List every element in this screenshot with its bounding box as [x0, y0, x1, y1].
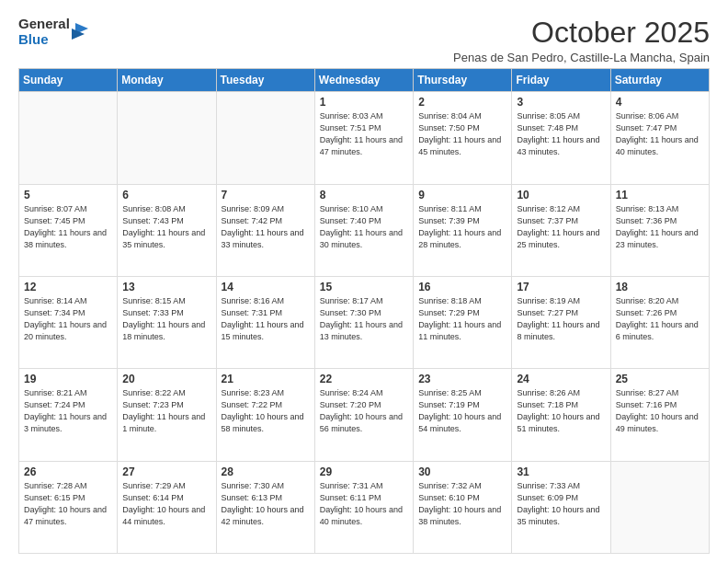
day-info: Sunrise: 7:28 AM Sunset: 6:15 PM Dayligh… [24, 480, 112, 528]
day-number: 8 [320, 189, 408, 201]
day-info: Sunrise: 8:10 AM Sunset: 7:40 PM Dayligh… [320, 203, 408, 251]
calendar-cell: 27Sunrise: 7:29 AM Sunset: 6:14 PM Dayli… [118, 461, 216, 553]
day-info: Sunrise: 8:07 AM Sunset: 7:45 PM Dayligh… [24, 203, 112, 251]
day-info: Sunrise: 8:13 AM Sunset: 7:36 PM Dayligh… [616, 203, 704, 251]
day-info: Sunrise: 8:24 AM Sunset: 7:20 PM Dayligh… [320, 387, 408, 435]
day-number: 29 [320, 465, 408, 478]
calendar-cell: 15Sunrise: 8:17 AM Sunset: 7:30 PM Dayli… [314, 276, 413, 368]
calendar-cell: 24Sunrise: 8:26 AM Sunset: 7:18 PM Dayli… [512, 369, 610, 461]
day-number: 13 [122, 281, 210, 293]
day-number: 2 [418, 96, 506, 109]
weekday-header: Sunday [19, 69, 118, 92]
calendar-cell [610, 461, 709, 553]
calendar-week-row: 19Sunrise: 8:21 AM Sunset: 7:24 PM Dayli… [19, 369, 710, 461]
day-number: 25 [616, 373, 704, 385]
day-info: Sunrise: 7:30 AM Sunset: 6:13 PM Dayligh… [222, 480, 310, 528]
location: Penas de San Pedro, Castille-La Mancha, … [453, 51, 710, 64]
day-info: Sunrise: 8:23 AM Sunset: 7:22 PM Dayligh… [222, 387, 310, 435]
calendar-cell: 9Sunrise: 8:11 AM Sunset: 7:39 PM Daylig… [414, 184, 512, 276]
calendar-cell: 14Sunrise: 8:16 AM Sunset: 7:31 PM Dayli… [216, 276, 314, 368]
calendar-cell [216, 92, 314, 184]
weekday-header: Monday [118, 69, 216, 92]
day-number: 28 [222, 465, 310, 478]
calendar-cell: 13Sunrise: 8:15 AM Sunset: 7:33 PM Dayli… [118, 276, 216, 368]
day-info: Sunrise: 7:32 AM Sunset: 6:10 PM Dayligh… [418, 480, 506, 528]
day-info: Sunrise: 8:06 AM Sunset: 7:47 PM Dayligh… [616, 110, 704, 158]
calendar-cell: 10Sunrise: 8:12 AM Sunset: 7:37 PM Dayli… [512, 184, 610, 276]
day-number: 31 [517, 465, 605, 478]
day-number: 22 [320, 373, 408, 385]
day-info: Sunrise: 8:19 AM Sunset: 7:27 PM Dayligh… [517, 295, 605, 343]
day-number: 30 [418, 465, 506, 478]
calendar-cell: 29Sunrise: 7:31 AM Sunset: 6:11 PM Dayli… [314, 461, 413, 553]
weekday-header: Tuesday [216, 69, 314, 92]
calendar-week-row: 1Sunrise: 8:03 AM Sunset: 7:51 PM Daylig… [19, 92, 710, 184]
day-info: Sunrise: 8:17 AM Sunset: 7:30 PM Dayligh… [320, 295, 408, 343]
calendar-cell: 4Sunrise: 8:06 AM Sunset: 7:47 PM Daylig… [610, 92, 709, 184]
logo-general: General [18, 17, 70, 32]
day-number: 21 [222, 373, 310, 385]
day-number: 1 [320, 96, 408, 109]
day-info: Sunrise: 8:04 AM Sunset: 7:50 PM Dayligh… [418, 110, 506, 158]
day-number: 27 [122, 465, 210, 478]
calendar-cell [118, 92, 216, 184]
weekday-header-row: SundayMondayTuesdayWednesdayThursdayFrid… [19, 69, 710, 92]
calendar-cell: 18Sunrise: 8:20 AM Sunset: 7:26 PM Dayli… [610, 276, 709, 368]
day-info: Sunrise: 8:11 AM Sunset: 7:39 PM Dayligh… [418, 203, 506, 251]
title-block: October 2025 Penas de San Pedro, Castill… [453, 17, 710, 64]
logo-text: General Blue [18, 17, 70, 47]
day-info: Sunrise: 8:05 AM Sunset: 7:48 PM Dayligh… [517, 110, 605, 158]
logo: General Blue [18, 17, 88, 47]
day-number: 23 [418, 373, 506, 385]
calendar-cell: 6Sunrise: 8:08 AM Sunset: 7:43 PM Daylig… [118, 184, 216, 276]
calendar-cell: 31Sunrise: 7:33 AM Sunset: 6:09 PM Dayli… [512, 461, 610, 553]
logo-blue: Blue [18, 32, 70, 48]
day-number: 26 [24, 465, 112, 478]
day-info: Sunrise: 8:09 AM Sunset: 7:42 PM Dayligh… [222, 203, 310, 251]
day-number: 10 [517, 189, 605, 201]
calendar-week-row: 12Sunrise: 8:14 AM Sunset: 7:34 PM Dayli… [19, 276, 710, 368]
calendar-cell: 3Sunrise: 8:05 AM Sunset: 7:48 PM Daylig… [512, 92, 610, 184]
day-info: Sunrise: 8:21 AM Sunset: 7:24 PM Dayligh… [24, 387, 112, 435]
day-number: 15 [320, 281, 408, 293]
weekday-header: Thursday [414, 69, 512, 92]
calendar-week-row: 26Sunrise: 7:28 AM Sunset: 6:15 PM Dayli… [19, 461, 710, 553]
calendar-cell: 1Sunrise: 8:03 AM Sunset: 7:51 PM Daylig… [314, 92, 413, 184]
day-info: Sunrise: 8:27 AM Sunset: 7:16 PM Dayligh… [616, 387, 704, 435]
day-number: 5 [24, 189, 112, 201]
day-info: Sunrise: 8:12 AM Sunset: 7:37 PM Dayligh… [517, 203, 605, 251]
month-title: October 2025 [453, 17, 710, 49]
day-info: Sunrise: 8:15 AM Sunset: 7:33 PM Dayligh… [122, 295, 210, 343]
day-number: 24 [517, 373, 605, 385]
calendar-cell: 5Sunrise: 8:07 AM Sunset: 7:45 PM Daylig… [19, 184, 118, 276]
weekday-header: Saturday [610, 69, 709, 92]
day-number: 20 [122, 373, 210, 385]
header: General Blue October 2025 Penas de San P… [18, 17, 710, 64]
calendar-cell: 25Sunrise: 8:27 AM Sunset: 7:16 PM Dayli… [610, 369, 709, 461]
day-info: Sunrise: 8:08 AM Sunset: 7:43 PM Dayligh… [122, 203, 210, 251]
logo-icon [72, 21, 88, 41]
calendar-cell: 22Sunrise: 8:24 AM Sunset: 7:20 PM Dayli… [314, 369, 413, 461]
day-info: Sunrise: 8:14 AM Sunset: 7:34 PM Dayligh… [24, 295, 112, 343]
calendar-cell: 12Sunrise: 8:14 AM Sunset: 7:34 PM Dayli… [19, 276, 118, 368]
calendar-cell [19, 92, 118, 184]
calendar-week-row: 5Sunrise: 8:07 AM Sunset: 7:45 PM Daylig… [19, 184, 710, 276]
day-info: Sunrise: 8:18 AM Sunset: 7:29 PM Dayligh… [418, 295, 506, 343]
weekday-header: Wednesday [314, 69, 413, 92]
day-number: 9 [418, 189, 506, 201]
day-number: 12 [24, 281, 112, 293]
calendar-cell: 21Sunrise: 8:23 AM Sunset: 7:22 PM Dayli… [216, 369, 314, 461]
day-number: 11 [616, 189, 704, 201]
calendar-cell: 20Sunrise: 8:22 AM Sunset: 7:23 PM Dayli… [118, 369, 216, 461]
day-number: 6 [122, 189, 210, 201]
calendar-cell: 19Sunrise: 8:21 AM Sunset: 7:24 PM Dayli… [19, 369, 118, 461]
calendar-cell: 30Sunrise: 7:32 AM Sunset: 6:10 PM Dayli… [414, 461, 512, 553]
calendar-cell: 2Sunrise: 8:04 AM Sunset: 7:50 PM Daylig… [414, 92, 512, 184]
day-info: Sunrise: 7:33 AM Sunset: 6:09 PM Dayligh… [517, 480, 605, 528]
calendar-cell: 7Sunrise: 8:09 AM Sunset: 7:42 PM Daylig… [216, 184, 314, 276]
day-info: Sunrise: 8:22 AM Sunset: 7:23 PM Dayligh… [122, 387, 210, 435]
day-info: Sunrise: 8:25 AM Sunset: 7:19 PM Dayligh… [418, 387, 506, 435]
day-info: Sunrise: 8:16 AM Sunset: 7:31 PM Dayligh… [222, 295, 310, 343]
calendar-cell: 8Sunrise: 8:10 AM Sunset: 7:40 PM Daylig… [314, 184, 413, 276]
calendar-cell: 23Sunrise: 8:25 AM Sunset: 7:19 PM Dayli… [414, 369, 512, 461]
